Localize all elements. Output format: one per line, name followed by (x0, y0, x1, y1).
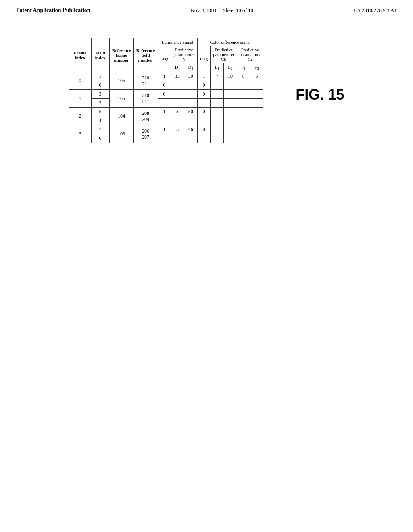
col-frame-index: Frame index (69, 38, 91, 72)
cell-col-flag: 0 (197, 125, 211, 134)
cell-field-index: 7 (91, 125, 109, 134)
header-left: Patent Application Publication (16, 7, 90, 14)
cell-ref-frame: 104 (109, 108, 133, 125)
cell-e2: 10 (224, 72, 237, 81)
page-header: Patent Application Publication Nov. 4, 2… (0, 0, 413, 14)
col-ref-field: Referencefield number (133, 38, 158, 72)
cell-f1: 8 (237, 72, 250, 81)
cell-e2 (224, 99, 237, 108)
cell-lum-flag: 0 (158, 90, 171, 99)
col-lum-flag: Flag (158, 46, 171, 72)
cell-f1 (237, 81, 250, 90)
cell-field-index: 6 (91, 134, 109, 143)
data-table: Frame index Field index Referenceframe n… (69, 38, 264, 143)
cell-e1 (211, 108, 224, 116)
header-center: Nov. 4, 2010 Sheet 10 of 10 (191, 7, 254, 14)
col-e1: E1 (211, 63, 224, 72)
col-d2: D2 (184, 63, 197, 72)
cell-d2 (184, 116, 197, 125)
cell-f2 (250, 81, 263, 90)
cell-f2 (250, 134, 263, 143)
col-d1: D1 (171, 63, 184, 72)
cell-f1 (237, 125, 250, 134)
cell-f2 (250, 125, 263, 134)
cell-f1 (237, 99, 250, 108)
cell-frame-index: 1 (69, 90, 91, 108)
group-color: Color difference signal (197, 38, 263, 46)
cell-e1 (211, 81, 224, 90)
cell-col-flag (197, 134, 211, 143)
cell-field-index: 2 (91, 99, 109, 108)
cell-col-flag: 0 (197, 81, 211, 90)
cell-f2 (250, 90, 263, 99)
cell-f1 (237, 116, 250, 125)
cell-ref-field: 208209 (133, 108, 158, 125)
header-right: US 2010/278243 A1 (354, 7, 397, 14)
cell-ref-frame: 105 (109, 90, 133, 108)
cell-f2 (250, 99, 263, 108)
cell-e1 (211, 134, 224, 143)
cell-col-flag: 0 (197, 108, 211, 116)
cell-d1 (171, 99, 184, 108)
cell-f2: 5 (250, 72, 263, 81)
cell-field-index: 1 (91, 72, 109, 81)
cell-lum-flag (158, 116, 171, 125)
cell-e1 (211, 99, 224, 108)
cell-d2 (184, 134, 197, 143)
cell-lum-flag (158, 99, 171, 108)
col-ref-frame: Referenceframe number (109, 38, 133, 72)
cell-d1 (171, 116, 184, 125)
cell-d2: 30 (184, 72, 197, 81)
cell-frame-index: 0 (69, 72, 91, 90)
cell-f1 (237, 134, 250, 143)
main-table-container: Frame index Field index Referenceframe n… (69, 38, 264, 143)
subgroup-cr: Predictiveparamemter Cr (237, 46, 263, 63)
col-e2: E2 (224, 63, 237, 72)
cell-field-index: 0 (91, 81, 109, 90)
cell-e1 (211, 90, 224, 99)
cell-field-index: 4 (91, 116, 109, 125)
cell-e1: 7 (211, 72, 224, 81)
cell-d2: 46 (184, 125, 197, 134)
cell-e2 (224, 81, 237, 90)
cell-d1: 3 (171, 108, 184, 116)
cell-d1: 13 (171, 72, 184, 81)
cell-e2 (224, 108, 237, 116)
cell-frame-index: 3 (69, 125, 91, 143)
group-luminance: Luminance signal (158, 38, 197, 46)
cell-e2 (224, 134, 237, 143)
cell-d1 (171, 90, 184, 99)
cell-lum-flag: 1 (158, 72, 171, 81)
cell-f1 (237, 108, 250, 116)
cell-col-flag (197, 116, 211, 125)
cell-d2 (184, 99, 197, 108)
cell-frame-index: 2 (69, 108, 91, 125)
cell-field-index: 3 (91, 90, 109, 99)
cell-col-flag: 1 (197, 72, 211, 81)
cell-col-flag (197, 99, 211, 108)
cell-d2 (184, 90, 197, 99)
cell-e2 (224, 125, 237, 134)
cell-d2: 50 (184, 108, 197, 116)
col-f1: F1 (237, 63, 250, 72)
cell-col-flag: 0 (197, 90, 211, 99)
cell-ref-frame: 105 (109, 72, 133, 90)
cell-lum-flag: 1 (158, 125, 171, 134)
cell-d1 (171, 81, 184, 90)
cell-ref-field: 210211 (133, 72, 158, 90)
cell-d2 (184, 81, 197, 90)
col-col-flag: Flag (197, 46, 211, 72)
cell-ref-field: 210211 (133, 90, 158, 108)
cell-f1 (237, 90, 250, 99)
col-f2: F2 (250, 63, 263, 72)
cell-f2 (250, 116, 263, 125)
cell-e2 (224, 90, 237, 99)
cell-d1 (171, 134, 184, 143)
cell-e1 (211, 116, 224, 125)
cell-e1 (211, 125, 224, 134)
cell-field-index: 5 (91, 108, 109, 116)
fig-label: FIG. 15 (296, 86, 344, 103)
cell-e2 (224, 116, 237, 125)
cell-lum-flag: 1 (158, 108, 171, 116)
cell-lum-flag (158, 134, 171, 143)
